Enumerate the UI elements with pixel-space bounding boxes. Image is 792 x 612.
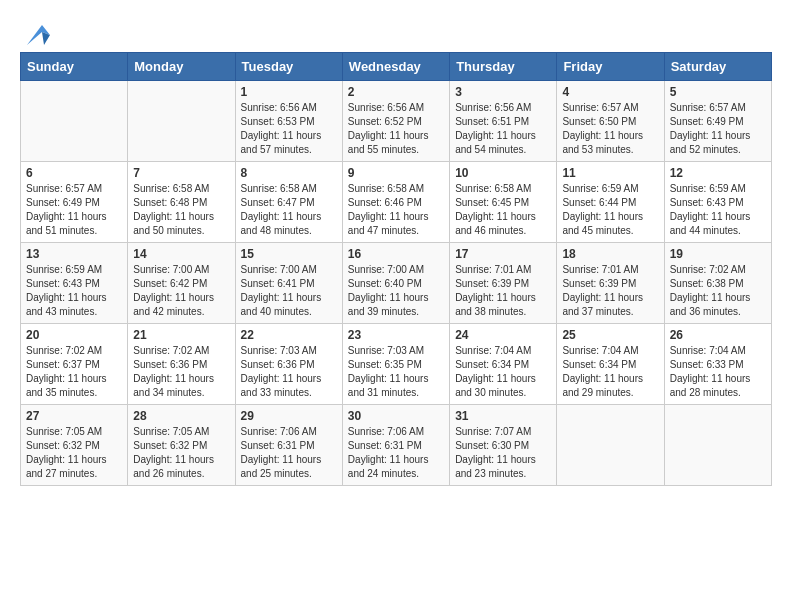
- day-info: Sunrise: 7:01 AM Sunset: 6:39 PM Dayligh…: [562, 263, 658, 319]
- day-number: 4: [562, 85, 658, 99]
- day-number: 5: [670, 85, 766, 99]
- calendar-table: SundayMondayTuesdayWednesdayThursdayFrid…: [20, 52, 772, 486]
- day-info: Sunrise: 7:00 AM Sunset: 6:41 PM Dayligh…: [241, 263, 337, 319]
- week-row-5: 27Sunrise: 7:05 AM Sunset: 6:32 PM Dayli…: [21, 405, 772, 486]
- day-number: 7: [133, 166, 229, 180]
- logo: [20, 20, 52, 42]
- day-info: Sunrise: 7:05 AM Sunset: 6:32 PM Dayligh…: [26, 425, 122, 481]
- day-info: Sunrise: 7:06 AM Sunset: 6:31 PM Dayligh…: [348, 425, 444, 481]
- calendar-cell: 21Sunrise: 7:02 AM Sunset: 6:36 PM Dayli…: [128, 324, 235, 405]
- calendar-cell: 17Sunrise: 7:01 AM Sunset: 6:39 PM Dayli…: [450, 243, 557, 324]
- day-info: Sunrise: 7:03 AM Sunset: 6:35 PM Dayligh…: [348, 344, 444, 400]
- calendar-cell: [21, 81, 128, 162]
- calendar-cell: 1Sunrise: 6:56 AM Sunset: 6:53 PM Daylig…: [235, 81, 342, 162]
- day-info: Sunrise: 7:02 AM Sunset: 6:37 PM Dayligh…: [26, 344, 122, 400]
- day-number: 12: [670, 166, 766, 180]
- day-number: 1: [241, 85, 337, 99]
- day-info: Sunrise: 7:05 AM Sunset: 6:32 PM Dayligh…: [133, 425, 229, 481]
- day-number: 21: [133, 328, 229, 342]
- calendar-cell: 5Sunrise: 6:57 AM Sunset: 6:49 PM Daylig…: [664, 81, 771, 162]
- calendar-cell: 9Sunrise: 6:58 AM Sunset: 6:46 PM Daylig…: [342, 162, 449, 243]
- day-number: 3: [455, 85, 551, 99]
- day-info: Sunrise: 6:58 AM Sunset: 6:48 PM Dayligh…: [133, 182, 229, 238]
- column-header-monday: Monday: [128, 53, 235, 81]
- column-header-tuesday: Tuesday: [235, 53, 342, 81]
- calendar-cell: 29Sunrise: 7:06 AM Sunset: 6:31 PM Dayli…: [235, 405, 342, 486]
- day-number: 19: [670, 247, 766, 261]
- calendar-cell: 18Sunrise: 7:01 AM Sunset: 6:39 PM Dayli…: [557, 243, 664, 324]
- day-number: 24: [455, 328, 551, 342]
- day-info: Sunrise: 7:01 AM Sunset: 6:39 PM Dayligh…: [455, 263, 551, 319]
- column-header-sunday: Sunday: [21, 53, 128, 81]
- day-number: 15: [241, 247, 337, 261]
- column-header-thursday: Thursday: [450, 53, 557, 81]
- calendar-cell: 28Sunrise: 7:05 AM Sunset: 6:32 PM Dayli…: [128, 405, 235, 486]
- day-info: Sunrise: 6:58 AM Sunset: 6:47 PM Dayligh…: [241, 182, 337, 238]
- page-header: [20, 20, 772, 42]
- day-number: 8: [241, 166, 337, 180]
- calendar-cell: 14Sunrise: 7:00 AM Sunset: 6:42 PM Dayli…: [128, 243, 235, 324]
- day-number: 20: [26, 328, 122, 342]
- day-number: 9: [348, 166, 444, 180]
- calendar-cell: 6Sunrise: 6:57 AM Sunset: 6:49 PM Daylig…: [21, 162, 128, 243]
- day-number: 29: [241, 409, 337, 423]
- day-info: Sunrise: 7:07 AM Sunset: 6:30 PM Dayligh…: [455, 425, 551, 481]
- day-info: Sunrise: 6:57 AM Sunset: 6:50 PM Dayligh…: [562, 101, 658, 157]
- day-number: 28: [133, 409, 229, 423]
- calendar-cell: 30Sunrise: 7:06 AM Sunset: 6:31 PM Dayli…: [342, 405, 449, 486]
- column-header-saturday: Saturday: [664, 53, 771, 81]
- calendar-cell: 27Sunrise: 7:05 AM Sunset: 6:32 PM Dayli…: [21, 405, 128, 486]
- day-number: 22: [241, 328, 337, 342]
- calendar-cell: [664, 405, 771, 486]
- day-info: Sunrise: 7:04 AM Sunset: 6:34 PM Dayligh…: [455, 344, 551, 400]
- logo-icon: [22, 20, 52, 50]
- calendar-cell: [557, 405, 664, 486]
- calendar-cell: 3Sunrise: 6:56 AM Sunset: 6:51 PM Daylig…: [450, 81, 557, 162]
- calendar-cell: 25Sunrise: 7:04 AM Sunset: 6:34 PM Dayli…: [557, 324, 664, 405]
- column-header-friday: Friday: [557, 53, 664, 81]
- day-number: 18: [562, 247, 658, 261]
- day-number: 16: [348, 247, 444, 261]
- calendar-cell: 23Sunrise: 7:03 AM Sunset: 6:35 PM Dayli…: [342, 324, 449, 405]
- day-info: Sunrise: 7:00 AM Sunset: 6:40 PM Dayligh…: [348, 263, 444, 319]
- day-number: 13: [26, 247, 122, 261]
- day-info: Sunrise: 6:56 AM Sunset: 6:53 PM Dayligh…: [241, 101, 337, 157]
- calendar-cell: 4Sunrise: 6:57 AM Sunset: 6:50 PM Daylig…: [557, 81, 664, 162]
- day-number: 31: [455, 409, 551, 423]
- calendar-cell: [128, 81, 235, 162]
- day-info: Sunrise: 7:06 AM Sunset: 6:31 PM Dayligh…: [241, 425, 337, 481]
- calendar-cell: 16Sunrise: 7:00 AM Sunset: 6:40 PM Dayli…: [342, 243, 449, 324]
- day-info: Sunrise: 6:58 AM Sunset: 6:46 PM Dayligh…: [348, 182, 444, 238]
- day-info: Sunrise: 6:59 AM Sunset: 6:44 PM Dayligh…: [562, 182, 658, 238]
- calendar-cell: 7Sunrise: 6:58 AM Sunset: 6:48 PM Daylig…: [128, 162, 235, 243]
- calendar-cell: 8Sunrise: 6:58 AM Sunset: 6:47 PM Daylig…: [235, 162, 342, 243]
- calendar-cell: 12Sunrise: 6:59 AM Sunset: 6:43 PM Dayli…: [664, 162, 771, 243]
- day-number: 2: [348, 85, 444, 99]
- week-row-4: 20Sunrise: 7:02 AM Sunset: 6:37 PM Dayli…: [21, 324, 772, 405]
- calendar-cell: 19Sunrise: 7:02 AM Sunset: 6:38 PM Dayli…: [664, 243, 771, 324]
- day-number: 11: [562, 166, 658, 180]
- day-info: Sunrise: 7:00 AM Sunset: 6:42 PM Dayligh…: [133, 263, 229, 319]
- day-number: 14: [133, 247, 229, 261]
- column-header-wednesday: Wednesday: [342, 53, 449, 81]
- day-info: Sunrise: 7:04 AM Sunset: 6:33 PM Dayligh…: [670, 344, 766, 400]
- calendar-cell: 15Sunrise: 7:00 AM Sunset: 6:41 PM Dayli…: [235, 243, 342, 324]
- week-row-2: 6Sunrise: 6:57 AM Sunset: 6:49 PM Daylig…: [21, 162, 772, 243]
- day-number: 23: [348, 328, 444, 342]
- day-info: Sunrise: 6:57 AM Sunset: 6:49 PM Dayligh…: [26, 182, 122, 238]
- day-number: 17: [455, 247, 551, 261]
- calendar-cell: 20Sunrise: 7:02 AM Sunset: 6:37 PM Dayli…: [21, 324, 128, 405]
- day-info: Sunrise: 6:57 AM Sunset: 6:49 PM Dayligh…: [670, 101, 766, 157]
- day-info: Sunrise: 6:59 AM Sunset: 6:43 PM Dayligh…: [670, 182, 766, 238]
- calendar-cell: 13Sunrise: 6:59 AM Sunset: 6:43 PM Dayli…: [21, 243, 128, 324]
- calendar-cell: 2Sunrise: 6:56 AM Sunset: 6:52 PM Daylig…: [342, 81, 449, 162]
- calendar-cell: 10Sunrise: 6:58 AM Sunset: 6:45 PM Dayli…: [450, 162, 557, 243]
- day-number: 26: [670, 328, 766, 342]
- day-info: Sunrise: 6:59 AM Sunset: 6:43 PM Dayligh…: [26, 263, 122, 319]
- day-info: Sunrise: 6:56 AM Sunset: 6:52 PM Dayligh…: [348, 101, 444, 157]
- day-info: Sunrise: 7:04 AM Sunset: 6:34 PM Dayligh…: [562, 344, 658, 400]
- day-info: Sunrise: 7:03 AM Sunset: 6:36 PM Dayligh…: [241, 344, 337, 400]
- day-info: Sunrise: 6:56 AM Sunset: 6:51 PM Dayligh…: [455, 101, 551, 157]
- calendar-cell: 24Sunrise: 7:04 AM Sunset: 6:34 PM Dayli…: [450, 324, 557, 405]
- calendar-cell: 31Sunrise: 7:07 AM Sunset: 6:30 PM Dayli…: [450, 405, 557, 486]
